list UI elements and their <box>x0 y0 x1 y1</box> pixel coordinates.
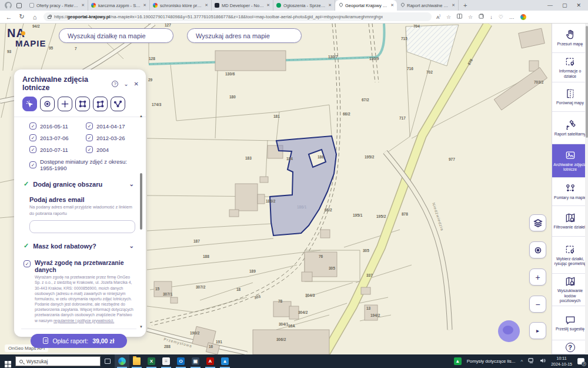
sidebar-item-help[interactable]: ? <box>552 340 588 354</box>
tool-rectangle-button[interactable] <box>75 97 90 111</box>
taskbar-excel-icon[interactable]: X <box>144 354 159 368</box>
refresh-button[interactable]: ↻ <box>15 13 28 21</box>
workspaces-icon[interactable] <box>16 3 22 8</box>
panel-scrollbar-thumb[interactable] <box>140 173 142 230</box>
discount-section[interactable]: ✓ Masz kod rabatowy? ⌄ <box>24 242 134 250</box>
consent-checkbox[interactable]: ✓ <box>24 260 31 267</box>
sidebar-item-compare-maps[interactable]: Porównaj mapy <box>552 82 588 112</box>
date-checkbox[interactable]: ✓2004 <box>86 146 134 153</box>
tool-move-button[interactable] <box>58 97 72 111</box>
sidebar-item-map-measurements[interactable]: Pomiary na mapie <box>552 178 588 206</box>
zoom-in-button[interactable]: + <box>529 268 546 286</box>
locate-button[interactable] <box>529 241 546 258</box>
tool-pointer-click-button[interactable] <box>22 97 37 111</box>
search-address-input[interactable]: Wyszukaj adres na mapie <box>187 28 302 43</box>
browser-tab[interactable]: Oferty pracy - Rekrutacja✕ <box>26 0 88 11</box>
copilot-icon[interactable] <box>520 14 526 20</box>
profile-icon[interactable] <box>5 2 12 9</box>
downloads-icon[interactable]: ↓ <box>490 14 493 20</box>
task-view-button[interactable] <box>101 359 115 364</box>
back-button[interactable]: ← <box>2 14 15 21</box>
tray-chevron-icon[interactable]: ^ <box>520 359 523 364</box>
tab-close-icon[interactable]: ✕ <box>266 3 270 8</box>
privacy-policy-link[interactable]: regulaminie i polityce prywatności. <box>54 319 114 323</box>
window-close-button[interactable]: ✕ <box>576 2 581 8</box>
browser-tab[interactable]: MD Developer - Nowoczesne m✕ <box>212 0 273 11</box>
tool-polyline-button[interactable] <box>111 97 125 111</box>
browser-essentials-icon[interactable]: ♡ <box>499 14 503 20</box>
sidebar-scrollbar[interactable] <box>585 24 588 354</box>
miniatures-checkbox[interactable]: ✓Dostępne miniatury zdjęć z okresu: 1955… <box>29 158 134 171</box>
tool-target-button[interactable] <box>40 97 55 111</box>
notification-center-icon[interactable]: 7 <box>577 358 584 364</box>
browser-tab[interactable]: Ogłoszenia - Sprzedam, kupię✕ <box>273 0 335 11</box>
taskbar-acrobat-icon[interactable]: A <box>203 354 218 368</box>
tab-close-icon[interactable]: ✕ <box>81 3 85 8</box>
taskbar-app-icon[interactable]: ▣ <box>188 354 203 368</box>
chevron-down-icon[interactable]: ⌄ <box>129 181 134 187</box>
maximize-button[interactable]: ▢ <box>562 2 567 8</box>
expand-toolbar-button[interactable]: ▸ <box>529 322 546 339</box>
sidebar-item-parcel-info[interactable]: Informacje o działce <box>552 53 588 82</box>
taskbar-search-input[interactable]: Wyszukaj <box>15 356 101 366</box>
home-button[interactable]: ⌂ <box>28 14 41 21</box>
chevron-down-icon[interactable]: ⌄ <box>129 243 134 249</box>
chat-widget-button[interactable] <box>498 320 520 342</box>
sidebar-item-aerial-photos[interactable]: Archiwalne zdjęcia lotnicze <box>552 144 588 178</box>
taskbar-explorer-icon[interactable] <box>129 354 144 368</box>
date-checkbox[interactable]: ✓2010-07-11 <box>29 146 86 153</box>
news-widget-icon[interactable]: ▲ <box>454 357 462 365</box>
tab-close-icon[interactable]: ✕ <box>452 3 455 8</box>
sidebar-item-pan-map[interactable]: Przesuń mapę <box>552 24 588 53</box>
volume-icon[interactable] <box>540 358 546 364</box>
settings-menu-icon[interactable]: … <box>509 14 514 20</box>
date-checkbox[interactable]: ✓2012-03-26 <box>86 134 134 141</box>
layers-button[interactable] <box>529 214 546 231</box>
help-icon[interactable]: ? <box>112 81 118 87</box>
date-checkbox[interactable]: ✓2016-05-11 <box>29 122 86 130</box>
browser-tab[interactable]: karczma zzppm - Szukaj w Goo✕ <box>88 0 150 11</box>
network-icon[interactable] <box>528 358 534 364</box>
add-boundary-section[interactable]: ✓ Dodaj granicę obszaru ⌄ <box>24 180 134 188</box>
sidebar-item-satellite-report[interactable]: Raport satelitarny <box>552 112 588 144</box>
pay-report-button[interactable]: Opłać raport:39,00 zł <box>31 334 127 348</box>
tab-close-icon[interactable]: ✕ <box>390 3 394 8</box>
minimize-button[interactable]: — <box>547 2 553 8</box>
taskbar-edge-icon[interactable] <box>115 354 129 368</box>
panel-scrollbar[interactable]: ▲ ▼ <box>139 114 143 329</box>
email-field[interactable] <box>29 220 135 233</box>
tool-polygon-button[interactable] <box>93 97 108 111</box>
zoom-out-button[interactable]: − <box>529 296 546 313</box>
search-parcel-input[interactable]: Wyszukaj działkę na mapie <box>59 28 173 43</box>
sidebar-item-send-suggestion[interactable]: Prześlij sugestię <box>552 306 588 340</box>
split-screen-icon[interactable] <box>457 14 462 20</box>
browser-tab[interactable]: Raport archiwalne zdjęcia lotni✕ <box>397 0 459 11</box>
read-aloud-icon[interactable]: A) <box>436 14 440 20</box>
sidebar-item-filter-parcels[interactable]: Filtrowanie działek <box>552 206 588 237</box>
favorites-bar-icon[interactable]: ☆ <box>468 14 473 20</box>
sidebar-item-select-by-geometry[interactable]: Wybierz działki, rysując geometrię <box>552 237 588 274</box>
taskbar-clock[interactable]: 10:112024-10-15 <box>551 356 572 366</box>
browser-tab[interactable]: schronisko które przestało istni✕ <box>150 0 212 11</box>
taskbar-stickynotes-icon[interactable]: ≡ <box>159 354 173 368</box>
favorites-star-icon[interactable]: ☆ <box>446 14 451 20</box>
new-tab-button[interactable]: + <box>459 2 472 9</box>
address-bar[interactable]: https://geoportal-krajowy.pl/na-mapie#x=… <box>44 12 432 21</box>
tab-close-icon[interactable]: ✕ <box>205 3 208 8</box>
map-search-icon <box>564 212 576 224</box>
taskbar-outlook-icon[interactable]: O <box>173 354 188 368</box>
tab-close-icon[interactable]: ✕ <box>143 3 146 8</box>
taskbar-photos-icon[interactable]: ▲ <box>218 354 232 368</box>
close-icon[interactable]: ✕ <box>134 81 139 87</box>
date-checkbox[interactable]: ✓2013-07-06 <box>29 134 86 141</box>
tab-close-icon[interactable]: ✕ <box>328 3 332 8</box>
collections-icon[interactable] <box>479 14 484 20</box>
date-checkbox[interactable]: ✓2014-04-17 <box>86 122 134 130</box>
sidebar-item-postal-codes[interactable]: Wyszukiwanie kodów pocztowych <box>552 274 588 306</box>
collapse-icon[interactable]: ⌄ <box>123 81 128 87</box>
news-widget-label[interactable]: Pomysły dotyczące lis... <box>467 359 516 364</box>
start-button[interactable] <box>0 356 15 367</box>
lock-icon[interactable] <box>48 16 51 19</box>
hand-icon <box>566 31 573 39</box>
browser-tab-active[interactable]: Geoportal Krajowy mapy i infor✕ <box>335 0 397 11</box>
